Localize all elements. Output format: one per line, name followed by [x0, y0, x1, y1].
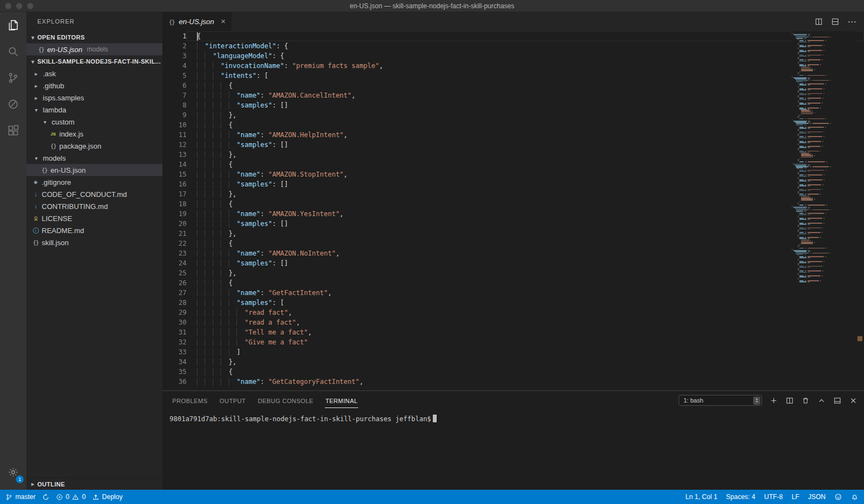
code-line[interactable]: 30 "read a fact",: [162, 318, 864, 327]
zoom-window-button[interactable]: [27, 3, 33, 9]
code-line[interactable]: 36 "name": "GetCategoryFactIntent",: [162, 377, 864, 387]
encoding-status[interactable]: UTF-8: [764, 493, 783, 501]
sync-icon[interactable]: [42, 494, 49, 501]
line-number[interactable]: 32: [162, 337, 187, 347]
panel-tab-output[interactable]: OUTPUT: [219, 393, 246, 408]
open-editors-header[interactable]: ▾ OPEN EDITORS: [26, 31, 162, 43]
line-number[interactable]: 13: [162, 150, 187, 160]
code-line[interactable]: 23 "name": "AMAZON.NoIntent",: [162, 248, 864, 258]
code-line[interactable]: 25 },: [162, 268, 864, 278]
minimap[interactable]: [792, 31, 856, 390]
code-line[interactable]: 5 "intents": [: [162, 71, 864, 81]
code-line[interactable]: 20 "samples": []: [162, 219, 864, 229]
line-number[interactable]: 29: [162, 308, 187, 318]
notifications-bell-icon[interactable]: [851, 493, 859, 501]
problems-status[interactable]: 0 0: [56, 493, 86, 501]
tree-item-models[interactable]: ▾models: [26, 152, 162, 164]
close-tab-icon[interactable]: ✕: [221, 18, 225, 25]
language-mode-status[interactable]: JSON: [808, 493, 826, 501]
line-number[interactable]: 35: [162, 367, 187, 377]
tree-item-isps-samples[interactable]: ▸isps.samples: [26, 92, 162, 104]
code-line[interactable]: 10 {: [162, 120, 864, 130]
cursor-position-status[interactable]: Ln 1, Col 1: [686, 493, 718, 501]
outline-header[interactable]: ▸ OUTLINE: [26, 478, 162, 490]
line-number[interactable]: 15: [162, 169, 187, 179]
tree-item-license[interactable]: LICENSE: [26, 212, 162, 224]
line-number[interactable]: 17: [162, 189, 187, 199]
indentation-status[interactable]: Spaces: 4: [726, 493, 755, 501]
code-line[interactable]: 22 {: [162, 239, 864, 248]
line-number[interactable]: 19: [162, 209, 187, 219]
terminal-shell-select[interactable]: 1: bash ▴▾: [679, 395, 762, 406]
close-window-button[interactable]: [5, 3, 12, 9]
line-number[interactable]: 18: [162, 199, 187, 209]
tree-item-lambda[interactable]: ▾lambda: [26, 104, 162, 116]
maximize-panel-icon[interactable]: [817, 397, 826, 405]
tree-item-index-js[interactable]: JSindex.js: [26, 128, 162, 140]
extensions-icon[interactable]: [0, 117, 26, 144]
git-branch-status[interactable]: master: [5, 493, 36, 501]
terminal[interactable]: 9801a791d7ab:skill-sample-nodejs-fact-in…: [162, 410, 864, 490]
split-terminal-icon[interactable]: [786, 397, 794, 405]
tree-item-skill-json[interactable]: {}skill.json: [26, 236, 162, 248]
panel-tab-debug-console[interactable]: DEBUG CONSOLE: [257, 393, 314, 408]
line-number[interactable]: 26: [162, 278, 187, 288]
code-line[interactable]: 35 {: [162, 367, 864, 377]
tab-en-us-json[interactable]: {} en-US.json ✕: [162, 12, 231, 31]
line-number[interactable]: 28: [162, 298, 187, 308]
line-number[interactable]: 10: [162, 120, 187, 130]
line-number[interactable]: 5: [162, 71, 187, 81]
line-number[interactable]: 31: [162, 327, 187, 337]
toggle-panel-icon[interactable]: [833, 397, 842, 405]
new-terminal-icon[interactable]: [770, 397, 778, 405]
open-editor-item-en-us-json[interactable]: {} en-US.json models: [26, 43, 162, 55]
line-number[interactable]: 16: [162, 179, 187, 189]
code-line[interactable]: 21 },: [162, 229, 864, 239]
code-line[interactable]: 32 "Give me a fact": [162, 337, 864, 347]
code-line[interactable]: 7 "name": "AMAZON.CancelIntent",: [162, 90, 864, 100]
source-control-icon[interactable]: [0, 65, 26, 91]
code-line[interactable]: 15 "name": "AMAZON.StopIntent",: [162, 169, 864, 179]
line-number[interactable]: 36: [162, 377, 187, 387]
line-number[interactable]: 20: [162, 219, 187, 229]
code-line[interactable]: 3 "languageModel": {: [162, 51, 864, 61]
code-line[interactable]: 12 "samples": []: [162, 140, 864, 150]
line-number[interactable]: 22: [162, 239, 187, 248]
tree-item-readme-md[interactable]: iREADME.md: [26, 224, 162, 236]
project-root-header[interactable]: ▾ SKILL-SAMPLE-NODEJS-FACT-IN-SKIL...: [26, 55, 162, 67]
line-number[interactable]: 27: [162, 288, 187, 298]
code-line[interactable]: 4 "invocationName": "premium facts sampl…: [162, 61, 864, 71]
line-number[interactable]: 30: [162, 318, 187, 327]
line-number[interactable]: 24: [162, 258, 187, 268]
code-line[interactable]: 8 "samples": []: [162, 100, 864, 110]
editor-layout-icon[interactable]: [831, 18, 839, 26]
code-line[interactable]: 11 "name": "AMAZON.HelpIntent",: [162, 130, 864, 140]
line-number[interactable]: 3: [162, 51, 187, 61]
tree-item-github[interactable]: ▸.github: [26, 80, 162, 92]
feedback-smiley-icon[interactable]: [834, 493, 842, 501]
code-line[interactable]: 34 },: [162, 357, 864, 367]
code-editor[interactable]: 1{2 "interactionModel": {3 "languageMode…: [162, 31, 864, 390]
minimize-window-button[interactable]: [16, 3, 22, 9]
line-number[interactable]: 34: [162, 357, 187, 367]
code-line[interactable]: 24 "samples": []: [162, 258, 864, 268]
line-number[interactable]: 11: [162, 130, 187, 140]
line-number[interactable]: 23: [162, 248, 187, 258]
explorer-icon[interactable]: [0, 12, 26, 38]
line-number[interactable]: 25: [162, 268, 187, 278]
line-number[interactable]: 8: [162, 100, 187, 110]
tree-item-code-of-conduct-md[interactable]: ↓CODE_OF_CONDUCT.md: [26, 188, 162, 200]
line-number[interactable]: 2: [162, 41, 187, 51]
split-editor-icon[interactable]: [815, 18, 823, 26]
code-line[interactable]: 19 "name": "AMAZON.YesIntent",: [162, 209, 864, 219]
settings-gear-icon[interactable]: 1: [0, 460, 26, 484]
line-number[interactable]: 12: [162, 140, 187, 150]
line-number[interactable]: 4: [162, 61, 187, 71]
code-line[interactable]: 13 },: [162, 150, 864, 160]
code-line[interactable]: 33 ]: [162, 347, 864, 357]
code-line[interactable]: 18 {: [162, 199, 864, 209]
code-line[interactable]: 9 },: [162, 110, 864, 120]
code-line[interactable]: 26 {: [162, 278, 864, 288]
tree-item-ask[interactable]: ▸.ask: [26, 67, 162, 80]
code-line[interactable]: 31 "Tell me a fact",: [162, 327, 864, 337]
